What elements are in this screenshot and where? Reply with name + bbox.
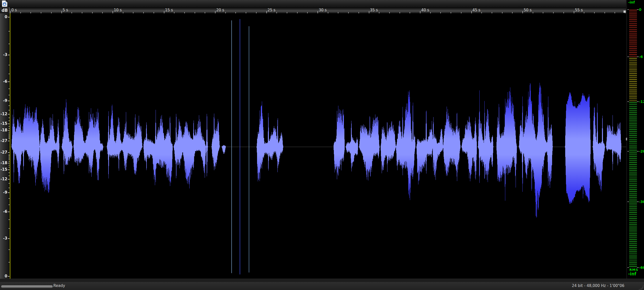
db-major-tick [8, 130, 10, 131]
meter-led-segment [629, 123, 637, 125]
meter-led-segment [629, 152, 637, 154]
meter-led-segment [629, 262, 637, 264]
meter-led-segment [629, 158, 637, 159]
meter-led-segment [629, 17, 637, 19]
meter-led-segment [629, 131, 637, 132]
meter-led-segment [629, 200, 637, 202]
meter-led-segment [629, 23, 637, 24]
meter-led-segment [629, 260, 637, 262]
meter-led-segment [629, 31, 637, 32]
meter-led-segment [629, 199, 637, 200]
meter-scale-tick [627, 101, 629, 102]
meter-led-segment [629, 77, 637, 78]
meter-scale-label: -30 [639, 200, 644, 204]
db-ruler-title: dB [0, 7, 10, 13]
audio-file-icon[interactable] [2, 1, 7, 7]
meter-led-segment [629, 96, 637, 98]
meter-led-segment [629, 129, 637, 130]
meter-led-segment [629, 79, 637, 80]
meter-led-segment [629, 251, 637, 252]
ruler-major-tick [61, 11, 62, 13]
meter-led-segment [629, 114, 637, 115]
meter-led-segment [629, 168, 637, 169]
meter-led-segment [629, 218, 637, 219]
meter-led-segment [629, 191, 637, 192]
meter-led-segment [629, 235, 637, 237]
ruler-major-tick [164, 11, 164, 13]
meter-led-segment [629, 224, 637, 225]
meter-led-segment [629, 162, 637, 163]
meter-led-segment [629, 135, 637, 136]
horizontal-scroll-thumb[interactable] [1, 285, 53, 288]
file-format-info: 24 bit - 48,000 Hz - 1'00"06 [572, 283, 624, 288]
level-meter[interactable]: -inf RMS -inf 0-6-12-20-30-60 [627, 0, 644, 279]
db-major-tick [8, 179, 10, 180]
meter-led-segment [629, 48, 637, 49]
meter-scale-tick [627, 267, 629, 268]
meter-led-segment [629, 214, 637, 215]
meter-led-segment [629, 85, 637, 86]
meter-led-segment [629, 68, 637, 69]
meter-led-segment [629, 33, 637, 34]
resize-grip[interactable] [638, 284, 643, 290]
waveform-view[interactable] [10, 13, 626, 279]
meter-led-segment [629, 122, 637, 123]
ruler-end-cap [623, 10, 626, 13]
meter-led-segment [629, 58, 637, 59]
time-ruler[interactable]: 0 s5 s10 s15 s20 s25 s30 s35 s40 s45 s50… [10, 7, 626, 14]
meter-led-segment [629, 137, 637, 138]
meter-led-segment [629, 116, 637, 117]
meter-led-segment [629, 120, 637, 121]
playhead-cursor[interactable] [10, 13, 10, 279]
ruler-label: 25 s [268, 8, 276, 12]
db-major-tick [8, 169, 10, 170]
meter-led-segment [629, 229, 637, 231]
meter-scale-tick [637, 56, 639, 57]
meter-led-segment [629, 166, 637, 167]
meter-led-segment [629, 62, 637, 63]
status-divider-strip [0, 279, 644, 282]
meter-led-segment [629, 110, 637, 111]
ruler-major-tick [574, 11, 574, 13]
meter-led-segment [629, 40, 637, 42]
meter-led-segment [629, 195, 637, 196]
db-major-tick [8, 276, 10, 277]
db-label: -15 [1, 122, 7, 125]
meter-led-segment [629, 64, 637, 65]
ruler-major-tick [10, 11, 11, 13]
meter-led-segment [629, 237, 637, 239]
meter-led-segment [629, 253, 637, 254]
status-bar: Ready 24 bit - 48,000 Hz - 1'00"06 [0, 282, 644, 290]
db-major-tick [8, 192, 10, 193]
meter-led-segment [629, 71, 637, 73]
waveform-canvas[interactable] [10, 13, 626, 279]
db-label: 0 [5, 274, 7, 278]
meter-led-segment [629, 245, 637, 246]
db-label: -27 [1, 151, 7, 154]
ruler-label: 55 s [575, 8, 583, 12]
meter-led-segment [629, 83, 637, 84]
meter-led-segment [629, 266, 637, 267]
meter-led-segment [629, 264, 637, 266]
meter-led-segment [629, 25, 637, 26]
meter-led-segment [629, 220, 637, 221]
db-major-tick [8, 114, 10, 114]
meter-scale-label: -6 [639, 55, 643, 59]
peak-value-label: -inf [628, 0, 635, 4]
meter-led-segment [629, 145, 637, 146]
meter-led-segment [629, 206, 637, 208]
db-major-tick [8, 141, 10, 141]
meter-led-segment [629, 231, 637, 233]
rms-label: RMS [629, 268, 638, 272]
meter-led-segment [629, 255, 637, 256]
meter-led-segment [629, 222, 637, 223]
meter-led-segment [629, 10, 637, 11]
meter-led-segment [629, 95, 637, 96]
ruler-label: 10 s [114, 8, 122, 12]
db-major-tick [8, 163, 10, 163]
db-label: -3 [3, 237, 7, 240]
db-major-tick [8, 55, 10, 55]
db-label: -9 [3, 191, 7, 194]
db-label: -12 [1, 112, 7, 116]
ruler-label: 30 s [319, 8, 327, 12]
